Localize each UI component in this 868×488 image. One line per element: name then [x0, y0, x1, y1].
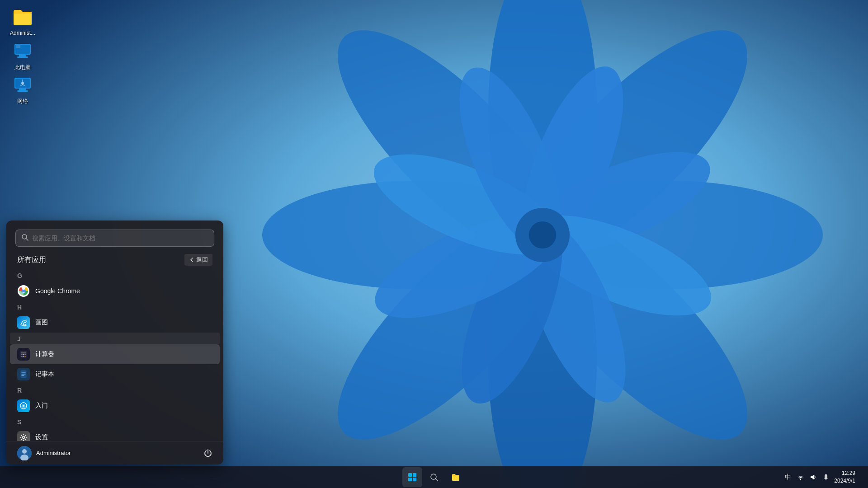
svg-rect-23 [16, 45, 20, 48]
desktop: Administ... 此电脑 [0, 0, 868, 488]
paint-icon [17, 316, 30, 329]
svg-rect-26 [19, 89, 26, 90]
svg-rect-21 [19, 55, 26, 56]
svg-point-44 [21, 356, 22, 357]
clock-time: 12:29 [834, 469, 855, 477]
this-pc-label: 此电脑 [14, 64, 31, 71]
bottom-bar: Administrator [6, 441, 223, 465]
taskbar-right: 中 [783, 469, 863, 485]
folder-icon [12, 6, 33, 28]
search-bar[interactable] [15, 230, 214, 247]
svg-rect-65 [408, 478, 412, 481]
start-menu: 所有应用 返回 G [6, 221, 223, 465]
notification-icon[interactable] [821, 473, 830, 482]
settings-name: 设置 [35, 433, 48, 441]
svg-point-45 [23, 356, 24, 357]
svg-point-28 [21, 82, 24, 84]
show-desktop-button[interactable] [859, 473, 863, 482]
section-h: H [10, 301, 220, 313]
apps-title: 所有应用 [17, 255, 46, 265]
calculator-name: 计算器 [35, 350, 54, 358]
section-g: G [10, 269, 220, 281]
clock-date: 2024/9/1 [834, 477, 855, 485]
file-explorer-button[interactable] [446, 467, 466, 487]
back-label: 返回 [196, 256, 208, 264]
taskbar-center [402, 467, 466, 487]
svg-point-37 [22, 290, 25, 292]
clock[interactable]: 12:29 2024/9/1 [834, 469, 855, 485]
apps-list[interactable]: G [6, 269, 223, 441]
file-explorer-icon [451, 473, 460, 482]
wifi-icon [797, 474, 804, 481]
app-google-chrome[interactable]: Google Chrome [10, 281, 220, 301]
svg-point-38 [24, 324, 27, 327]
paint-name: 画图 [35, 319, 48, 327]
svg-rect-66 [413, 478, 416, 481]
desktop-icon-administrator[interactable]: Administ... [5, 5, 41, 38]
svg-rect-27 [17, 90, 28, 92]
svg-point-61 [22, 449, 27, 454]
chrome-name: Google Chrome [35, 287, 80, 295]
user-info[interactable]: Administrator [14, 443, 75, 463]
svg-point-46 [24, 356, 25, 357]
svg-point-53 [23, 405, 24, 407]
svg-rect-63 [408, 473, 412, 477]
calculator-icon [17, 348, 30, 361]
bell-icon [822, 474, 830, 481]
back-button[interactable]: 返回 [184, 254, 212, 266]
svg-point-18 [529, 221, 556, 249]
settings-icon [17, 431, 30, 441]
start-button[interactable] [402, 467, 422, 487]
section-s: S [10, 416, 220, 427]
taskbar-search-icon [430, 473, 438, 481]
app-settings[interactable]: 设置 [10, 427, 220, 441]
notepad-icon [17, 368, 30, 380]
notepad-name: 记事本 [35, 370, 54, 378]
user-name: Administrator [36, 450, 71, 456]
search-input[interactable] [32, 235, 208, 242]
network-icon [12, 74, 33, 96]
svg-point-41 [21, 354, 22, 355]
svg-point-43 [24, 354, 25, 355]
section-r: R [10, 384, 220, 396]
svg-line-33 [26, 239, 28, 240]
svg-rect-22 [17, 56, 28, 58]
chrome-icon [17, 285, 30, 297]
app-get-started[interactable]: 入门 [10, 396, 220, 416]
app-notepad[interactable]: 记事本 [10, 364, 220, 384]
svg-point-42 [23, 354, 24, 355]
this-pc-icon [12, 40, 33, 62]
taskbar: 中 [0, 466, 868, 488]
volume-tray-icon[interactable] [809, 473, 818, 482]
speaker-icon [810, 474, 817, 481]
desktop-icon-this-pc[interactable]: 此电脑 [5, 38, 41, 73]
administrator-label: Administ... [10, 30, 35, 36]
svg-line-68 [436, 479, 438, 481]
svg-point-54 [23, 436, 25, 439]
ime-indicator[interactable]: 中 [783, 473, 793, 482]
get-started-name: 入门 [35, 402, 48, 410]
ime-label: 中 [785, 473, 791, 481]
svg-rect-40 [21, 352, 26, 354]
desktop-icon-network[interactable]: 网络 [5, 72, 41, 107]
search-icon [21, 234, 28, 243]
windows-icon [408, 473, 417, 482]
section-j: J [10, 333, 220, 344]
power-button[interactable] [200, 445, 216, 461]
app-paint[interactable]: 画图 [10, 313, 220, 333]
chevron-left-icon [189, 257, 194, 263]
taskbar-search-button[interactable] [424, 467, 444, 487]
get-started-icon [17, 399, 30, 412]
app-calculator[interactable]: 计算器 [10, 344, 220, 364]
network-label: 网络 [17, 98, 28, 105]
network-tray-icon[interactable] [796, 473, 805, 482]
apps-header: 所有应用 返回 [6, 252, 223, 269]
user-avatar [17, 446, 32, 460]
svg-rect-64 [413, 473, 416, 477]
